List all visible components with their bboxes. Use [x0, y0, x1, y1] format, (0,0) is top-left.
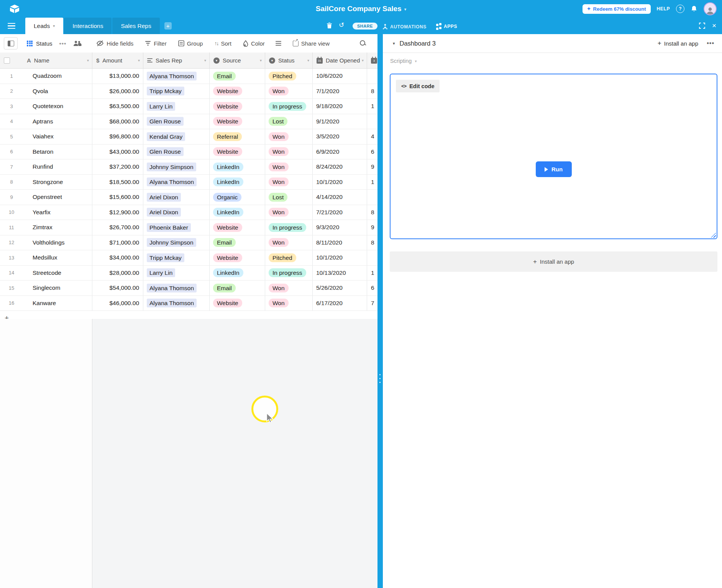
- cell-amount[interactable]: $15,600.00: [92, 190, 143, 205]
- cell-amount[interactable]: $46,000.00: [92, 296, 143, 311]
- cell-sales-rep[interactable]: Alyana Thomson: [143, 175, 210, 190]
- fullscreen-icon[interactable]: [699, 23, 705, 29]
- user-avatar[interactable]: [704, 2, 717, 15]
- share-view-button[interactable]: Share view: [293, 40, 330, 47]
- cell-amount[interactable]: $26,700.00: [92, 220, 143, 235]
- help-button[interactable]: HELP: [657, 6, 670, 11]
- cell-name[interactable]: Runfind: [23, 159, 92, 174]
- cell-clipped[interactable]: [367, 69, 377, 84]
- scripting-block-label[interactable]: Scripting ▾: [390, 58, 417, 64]
- cell-clipped[interactable]: 1: [367, 266, 377, 281]
- column-header-name[interactable]: A Name ▾: [23, 53, 92, 68]
- cell-date-opened[interactable]: 7/1/2020: [313, 84, 367, 99]
- chevron-down-icon[interactable]: ▾: [362, 58, 364, 62]
- notifications-bell-icon[interactable]: [691, 5, 697, 12]
- base-title-caret-icon[interactable]: ▾: [404, 7, 407, 12]
- cell-source[interactable]: Email: [210, 281, 265, 296]
- cell-date-opened[interactable]: 9/18/2020: [313, 99, 367, 114]
- cell-sales-rep[interactable]: Alyana Thomson: [143, 69, 210, 84]
- cell-source[interactable]: Email: [210, 69, 265, 84]
- cell-clipped[interactable]: 4: [367, 129, 377, 144]
- cell-clipped[interactable]: [367, 190, 377, 205]
- history-icon[interactable]: ↺: [339, 21, 344, 29]
- cell-amount[interactable]: $43,000.00: [92, 145, 143, 159]
- cell-clipped[interactable]: 9: [367, 159, 377, 174]
- toggle-view-sidebar-button[interactable]: [4, 37, 18, 49]
- cell-source[interactable]: Website: [210, 114, 265, 129]
- chevron-down-icon[interactable]: ▾: [204, 58, 206, 62]
- trash-icon[interactable]: [327, 22, 332, 30]
- cell-sales-rep[interactable]: Ariel Dixon: [143, 190, 210, 205]
- cell-sales-rep[interactable]: Tripp Mckay: [143, 84, 210, 99]
- sort-button[interactable]: ↑↓ Sort: [214, 40, 231, 47]
- cell-date-opened[interactable]: 10/13/2020: [313, 266, 367, 281]
- table-row[interactable]: 5Vaiahex$96,800.00Kendal GrayReferralWon…: [0, 129, 377, 145]
- table-row[interactable]: 7Runfind$37,200.00Johnny SimpsonLinkedIn…: [0, 159, 377, 175]
- hide-fields-button[interactable]: Hide fields: [96, 40, 133, 47]
- cell-clipped[interactable]: 1: [367, 175, 377, 190]
- question-icon[interactable]: ?: [676, 5, 684, 13]
- collaborators-icon[interactable]: [73, 40, 82, 46]
- cell-name[interactable]: Streetcode: [23, 266, 92, 281]
- table-row[interactable]: 10Yearfix$12,900.00Ariel DixonLinkedInWo…: [0, 205, 377, 220]
- cell-source[interactable]: Website: [210, 250, 265, 265]
- cell-amount[interactable]: $26,000.00: [92, 84, 143, 99]
- cell-clipped[interactable]: 8: [367, 205, 377, 220]
- run-button[interactable]: Run: [536, 161, 572, 177]
- cell-clipped[interactable]: [367, 114, 377, 129]
- close-icon[interactable]: ×: [712, 21, 716, 30]
- cell-name[interactable]: Voltholdings: [23, 235, 92, 250]
- cell-sales-rep[interactable]: Alyana Thomson: [143, 296, 210, 311]
- color-button[interactable]: Color: [243, 40, 265, 47]
- cell-name[interactable]: Strongzone: [23, 175, 92, 190]
- cell-amount[interactable]: $54,000.00: [92, 281, 143, 296]
- cell-name[interactable]: Medsillux: [23, 250, 92, 265]
- apps-button[interactable]: APPS: [436, 24, 457, 29]
- cell-amount[interactable]: $13,000.00: [92, 69, 143, 84]
- cell-status[interactable]: Won: [265, 296, 313, 311]
- cell-source[interactable]: Website: [210, 99, 265, 114]
- dashboard-menu-ellipsis[interactable]: •••: [707, 40, 714, 47]
- chevron-down-icon[interactable]: ▾: [87, 58, 89, 62]
- cell-source[interactable]: Referral: [210, 129, 265, 144]
- cell-amount[interactable]: $34,000.00: [92, 250, 143, 265]
- drag-handle-icon[interactable]: [379, 374, 381, 383]
- cell-clipped[interactable]: 6: [367, 145, 377, 159]
- cell-amount[interactable]: $96,800.00: [92, 129, 143, 144]
- view-options-ellipsis[interactable]: •••: [59, 40, 67, 47]
- redeem-discount-button[interactable]: ✦ Redeem 67% discount: [583, 4, 651, 14]
- cell-status[interactable]: Lost: [265, 114, 313, 129]
- cell-status[interactable]: In progress: [265, 266, 313, 281]
- edit-code-button[interactable]: <> Edit code: [396, 80, 440, 92]
- cell-clipped[interactable]: 1: [367, 99, 377, 114]
- cell-source[interactable]: Website: [210, 220, 265, 235]
- cell-date-opened[interactable]: 9/3/2020: [313, 220, 367, 235]
- dashboard-title[interactable]: Dashboard 3: [400, 40, 436, 47]
- column-header-clipped[interactable]: 3: [367, 53, 377, 68]
- table-row[interactable]: 14Streetcode$28,000.00Larry LinLinkedInI…: [0, 266, 377, 281]
- cell-date-opened[interactable]: 4/14/2020: [313, 190, 367, 205]
- cell-sales-rep[interactable]: Glen Rouse: [143, 114, 210, 129]
- share-button[interactable]: SHARE: [353, 23, 377, 30]
- cell-sales-rep[interactable]: Kendal Gray: [143, 129, 210, 144]
- block-resize-handle[interactable]: [711, 233, 716, 238]
- scripting-app-block[interactable]: <> Edit code Run: [390, 74, 717, 239]
- filter-button[interactable]: Filter: [145, 40, 166, 47]
- column-header-status[interactable]: ▾ Status ▾: [265, 53, 313, 68]
- cell-amount[interactable]: $12,900.00: [92, 205, 143, 220]
- cell-name[interactable]: Openstreet: [23, 190, 92, 205]
- cell-source[interactable]: Website: [210, 296, 265, 311]
- cell-sales-rep[interactable]: Johnny Simpson: [143, 235, 210, 250]
- cell-date-opened[interactable]: 6/9/2020: [313, 145, 367, 159]
- cell-source[interactable]: LinkedIn: [210, 175, 265, 190]
- cell-date-opened[interactable]: 8/24/2020: [313, 159, 367, 174]
- cell-sales-rep[interactable]: Glen Rouse: [143, 145, 210, 159]
- view-switcher[interactable]: Status: [27, 40, 53, 47]
- cell-name[interactable]: Aptrans: [23, 114, 92, 129]
- table-row[interactable]: 4Aptrans$68,000.00Glen RouseWebsiteLost9…: [0, 114, 377, 130]
- cell-sales-rep[interactable]: Tripp Mckay: [143, 250, 210, 265]
- cell-sales-rep[interactable]: Larry Lin: [143, 99, 210, 114]
- cell-date-opened[interactable]: 5/26/2020: [313, 281, 367, 296]
- cell-source[interactable]: Email: [210, 235, 265, 250]
- cell-sales-rep[interactable]: Johnny Simpson: [143, 159, 210, 174]
